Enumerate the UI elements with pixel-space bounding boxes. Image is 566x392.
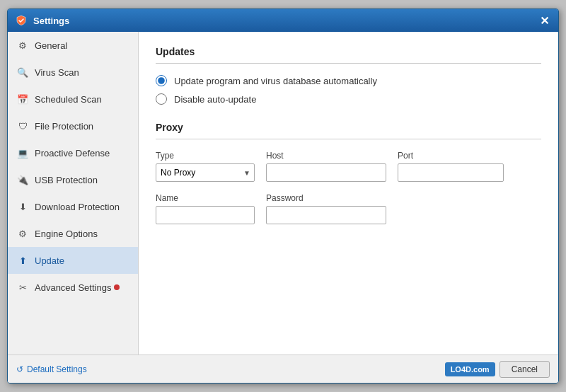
notification-dot (114, 284, 120, 290)
close-button[interactable]: ✕ (537, 13, 551, 28)
proxy-port-group: Port (398, 151, 504, 182)
proxy-password-label: Password (266, 193, 386, 203)
sidebar-label-advanced-settings: Advanced Settings (35, 282, 111, 293)
proxy-type-label: Type (156, 151, 255, 161)
auto-update-option[interactable]: Update program and virus database automa… (156, 75, 541, 86)
sidebar-label-download-protection: Download Protection (35, 202, 120, 212)
main-content: Updates Update program and virus databas… (139, 32, 558, 354)
proxy-password-group: Password (266, 193, 386, 224)
proxy-type-select[interactable]: No Proxy HTTP SOCKS4 SOCKS5 (156, 163, 255, 182)
sidebar-item-file-protection[interactable]: 🛡 File Protection (8, 113, 138, 139)
auto-update-radio[interactable] (156, 75, 167, 86)
sidebar-label-general: General (35, 40, 67, 51)
footer-right: LO4D.com Cancel (445, 361, 550, 378)
disable-update-radio[interactable] (156, 93, 167, 105)
sidebar-label-engine-options: Engine Options (35, 229, 98, 239)
sidebar-item-general[interactable]: ⚙ General (8, 32, 138, 59)
proxy-port-input[interactable] (398, 163, 504, 182)
search-icon: 🔍 (16, 66, 29, 79)
scissors-icon: ✂ (16, 281, 29, 294)
engine-icon: ⚙ (16, 227, 29, 240)
sidebar: ⚙ General 🔍 Virus Scan 📅 Scheduled Scan … (8, 32, 139, 354)
proxy-host-label: Host (266, 151, 386, 161)
footer: ↺ Default Settings LO4D.com Cancel (8, 354, 558, 383)
updates-divider (156, 63, 541, 64)
settings-window: Settings ✕ ⚙ General 🔍 Virus Scan 📅 Sche… (7, 8, 559, 384)
sidebar-item-scheduled-scan[interactable]: 📅 Scheduled Scan (8, 86, 138, 113)
app-icon (15, 14, 28, 27)
content-area: ⚙ General 🔍 Virus Scan 📅 Scheduled Scan … (8, 32, 558, 354)
proxy-name-label: Name (156, 193, 255, 203)
proxy-port-label: Port (398, 151, 504, 161)
updates-title: Updates (156, 46, 541, 57)
usb-icon: 🔌 (16, 173, 29, 186)
proxy-divider (156, 139, 541, 139)
watermark: LO4D.com (445, 362, 495, 376)
sidebar-item-usb-protection[interactable]: 🔌 USB Protection (8, 166, 138, 193)
upload-icon: ⬆ (16, 254, 29, 267)
proxy-name-group: Name (156, 193, 255, 224)
proxy-bottom-grid: Name Password (156, 193, 541, 224)
disable-update-option[interactable]: Disable auto-update (156, 93, 541, 105)
sidebar-item-update[interactable]: ⬆ Update (8, 247, 138, 274)
proxy-section: Proxy Type No Proxy HTTP SOCKS4 SOCKS5 (156, 122, 541, 224)
proxy-top-grid: Type No Proxy HTTP SOCKS4 SOCKS5 ▼ (156, 151, 541, 182)
sidebar-label-proactive-defense: Proactive Defense (35, 148, 110, 158)
monitor-icon: 💻 (16, 146, 29, 159)
title-bar: Settings ✕ (8, 9, 558, 32)
proxy-password-input[interactable] (266, 206, 386, 224)
cancel-button[interactable]: Cancel (499, 361, 550, 378)
refresh-icon: ↺ (16, 364, 23, 374)
sidebar-item-virus-scan[interactable]: 🔍 Virus Scan (8, 59, 138, 86)
updates-section: Updates Update program and virus databas… (156, 46, 541, 105)
sidebar-item-proactive-defense[interactable]: 💻 Proactive Defense (8, 139, 138, 166)
sidebar-label-virus-scan: Virus Scan (35, 67, 79, 78)
sidebar-item-advanced-settings[interactable]: ✂ Advanced Settings (8, 274, 138, 301)
proxy-type-select-wrapper: No Proxy HTTP SOCKS4 SOCKS5 ▼ (156, 163, 255, 182)
sidebar-label-scheduled-scan: Scheduled Scan (35, 94, 102, 105)
default-settings-link[interactable]: ↺ Default Settings (16, 364, 87, 374)
shield-icon: 🛡 (16, 120, 29, 132)
updates-radio-group: Update program and virus database automa… (156, 75, 541, 105)
sidebar-label-file-protection: File Protection (35, 121, 93, 132)
gear-icon: ⚙ (16, 39, 29, 52)
default-settings-label: Default Settings (27, 364, 87, 374)
proxy-type-group: Type No Proxy HTTP SOCKS4 SOCKS5 ▼ (156, 151, 255, 182)
window-title: Settings (33, 16, 537, 26)
sidebar-item-engine-options[interactable]: ⚙ Engine Options (8, 220, 138, 247)
sidebar-label-usb-protection: USB Protection (35, 175, 98, 185)
proxy-host-group: Host (266, 151, 386, 182)
sidebar-item-download-protection[interactable]: ⬇ Download Protection (8, 193, 138, 220)
proxy-host-input[interactable] (266, 163, 386, 182)
download-icon: ⬇ (16, 200, 29, 213)
auto-update-label: Update program and virus database automa… (174, 76, 377, 86)
disable-update-label: Disable auto-update (174, 94, 256, 105)
calendar-icon: 📅 (16, 93, 29, 105)
proxy-name-input[interactable] (156, 206, 255, 224)
sidebar-label-update: Update (35, 255, 64, 266)
proxy-title: Proxy (156, 122, 541, 133)
